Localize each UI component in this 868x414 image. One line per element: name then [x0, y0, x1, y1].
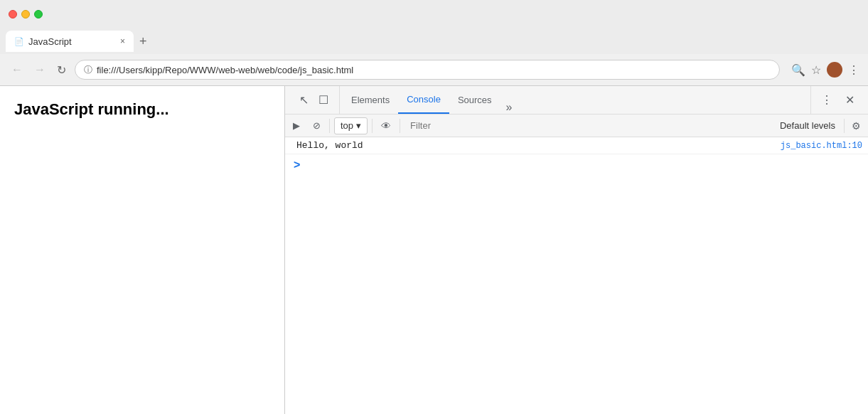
reload-button[interactable]: ↻ [54, 62, 69, 78]
search-button[interactable]: 🔍 [791, 63, 805, 77]
address-input-wrapper[interactable]: ⓘ file:///Users/kipp/Repo/WWW/web-web/we… [75, 60, 780, 80]
cursor-icon: ↖ [299, 93, 309, 107]
console-separator-2 [372, 119, 373, 133]
close-traffic-light[interactable] [9, 10, 17, 18]
tab-bar: 📄 JavaScript × + [0, 28, 868, 54]
info-icon: ⓘ [84, 64, 92, 76]
console-toolbar: ▶ ⊘ top ▾ 👁 Default levels ⚙ [285, 115, 868, 137]
forward-button[interactable]: → [31, 62, 48, 78]
console-caret: > [294, 159, 300, 171]
default-levels-button[interactable]: Default levels [774, 120, 841, 131]
dropdown-icon: ▾ [356, 120, 361, 131]
console-separator-1 [329, 119, 330, 133]
page-content: JavaScript running... [0, 86, 284, 414]
devtools-header: ↖ ☐ Elements Console Sources » [285, 86, 868, 115]
console-gear-button[interactable]: ⚙ [847, 120, 865, 132]
page-title: JavaScript running... [14, 100, 169, 118]
context-selector[interactable]: top ▾ [334, 117, 368, 134]
more-button[interactable]: ⋮ [848, 63, 859, 77]
devtools-toolbar-buttons: ↖ ☐ [288, 86, 340, 114]
device-mode-button[interactable]: ☐ [314, 90, 333, 110]
tab-close-button[interactable]: × [120, 36, 125, 46]
more-tabs-button[interactable]: » [500, 101, 518, 114]
back-button[interactable]: ← [9, 62, 26, 78]
address-bar-right: 🔍 ☆ ⋮ [791, 62, 859, 78]
console-output: Hello, world js_basic.html:10 > [285, 137, 868, 414]
console-log-message: Hello, world [296, 140, 363, 151]
tab-elements[interactable]: Elements [343, 86, 398, 114]
devtools-close-button[interactable]: ✕ [840, 90, 859, 110]
tab-sources[interactable]: Sources [449, 86, 500, 114]
bookmark-button[interactable]: ☆ [811, 63, 821, 77]
inspect-element-button[interactable]: ↖ [294, 90, 314, 110]
filter-input[interactable] [404, 120, 771, 131]
device-icon: ☐ [318, 93, 328, 107]
eye-button[interactable]: 👁 [377, 120, 395, 132]
console-log-source[interactable]: js_basic.html:10 [781, 141, 862, 151]
devtools-tabs: Elements Console Sources » [340, 86, 810, 114]
title-bar [0, 0, 868, 28]
play-icon: ▶ [293, 120, 300, 131]
devtools-panel: ↖ ☐ Elements Console Sources » [284, 86, 868, 414]
tab-page-icon: 📄 [14, 37, 24, 46]
devtools-more-button[interactable]: ⋮ [817, 90, 837, 110]
context-label: top [341, 120, 353, 131]
devtools-header-right: ⋮ ✕ [810, 86, 865, 114]
minimize-traffic-light[interactable] [21, 10, 30, 18]
console-log-row: Hello, world js_basic.html:10 [285, 137, 868, 154]
tab-console[interactable]: Console [398, 86, 449, 114]
console-input[interactable] [304, 160, 862, 171]
console-block-button[interactable]: ⊘ [308, 117, 325, 134]
console-separator-3 [400, 119, 400, 133]
block-icon: ⊘ [313, 120, 321, 131]
new-tab-button[interactable]: + [139, 34, 147, 49]
url-display: file:///Users/kipp/Repo/WWW/web-web/web/… [97, 65, 353, 75]
active-tab[interactable]: 📄 JavaScript × [6, 31, 134, 52]
main-area: JavaScript running... ↖ ☐ Elements Conso… [0, 86, 868, 414]
address-bar: ← → ↻ ⓘ file:///Users/kipp/Repo/WWW/web-… [0, 54, 868, 85]
maximize-traffic-light[interactable] [34, 10, 43, 18]
console-prompt-row[interactable]: > [285, 154, 868, 176]
traffic-lights [9, 10, 43, 18]
console-play-button[interactable]: ▶ [288, 117, 305, 134]
console-separator-4 [844, 119, 845, 133]
profile-avatar[interactable] [827, 62, 842, 78]
tab-label: JavaScript [28, 36, 72, 47]
